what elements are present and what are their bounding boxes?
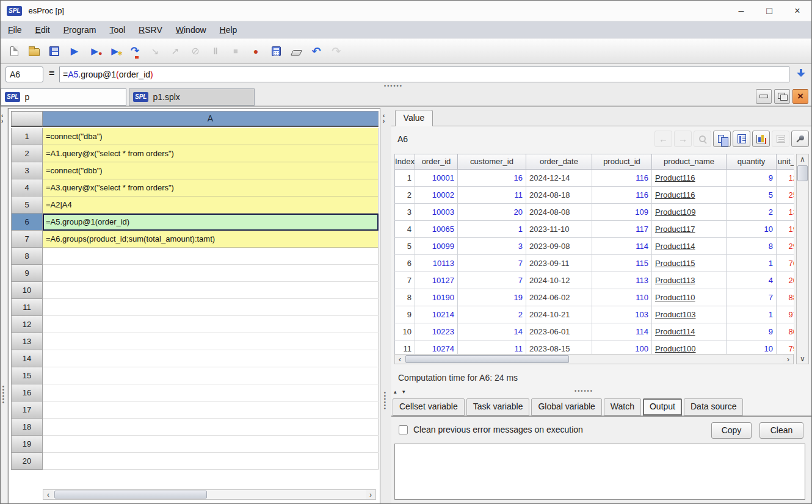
table-cell[interactable]: Product103 [652, 306, 727, 323]
tab-cellset-variable[interactable]: Cellset variable [393, 398, 465, 416]
cell-reference-box[interactable]: A6 [5, 67, 43, 82]
menu-rsrv[interactable]: RSRV [139, 25, 162, 35]
grid-horizontal-scrollbar[interactable]: ‹ › [43, 489, 376, 500]
table-cell[interactable]: 97 [777, 306, 794, 323]
table-cell[interactable]: 5 [727, 187, 777, 204]
pane-minimize-icon[interactable] [756, 89, 772, 104]
table-cell[interactable]: 13 [777, 204, 794, 221]
table-cell[interactable]: Product116 [652, 170, 727, 187]
table-cell[interactable]: 19 [458, 289, 526, 306]
cell-A13[interactable] [43, 333, 379, 350]
clean-errors-checkbox[interactable] [399, 425, 408, 434]
table-cell[interactable]: 2 [458, 306, 526, 323]
cell-A17[interactable] [43, 401, 379, 419]
cell-A2[interactable]: =A1.query@x("select * from orders") [43, 145, 379, 162]
table-cell[interactable]: 100 [592, 340, 652, 354]
table-cell[interactable]: 7 [458, 272, 526, 289]
cell-A18[interactable] [43, 419, 379, 436]
menu-tool[interactable]: Tool [109, 25, 125, 35]
table-cell[interactable]: Product117 [652, 221, 727, 238]
table-cell[interactable]: 2023-11-10 [526, 221, 592, 238]
table-cell[interactable]: 10065 [415, 221, 458, 238]
cell-A14[interactable] [43, 350, 379, 367]
expand-formula-arrow-icon[interactable] [796, 68, 807, 81]
table-cell[interactable]: 1 [727, 306, 777, 323]
table-cell[interactable]: 11 [458, 187, 526, 204]
row-header-10[interactable]: 10 [11, 282, 43, 299]
table-cell[interactable]: 2023-06-01 [526, 323, 592, 340]
table-cell[interactable]: 1 [727, 255, 777, 272]
table-cell[interactable]: 88 [777, 289, 794, 306]
cell-A7[interactable]: =A6.groups(product_id;sum(total_amount):… [43, 231, 379, 248]
chart-button[interactable] [752, 131, 770, 147]
splitter-up-icon[interactable]: ▴ [394, 389, 397, 395]
table-cell[interactable]: Product114 [652, 238, 727, 255]
table-cell[interactable]: 116 [592, 170, 652, 187]
table-cell[interactable]: 2024-08-18 [526, 187, 592, 204]
table-cell[interactable]: 113 [592, 272, 652, 289]
table-cell[interactable]: 29 [777, 238, 794, 255]
eraser-button[interactable] [289, 44, 303, 59]
cell-A11[interactable] [43, 299, 379, 316]
table-cell[interactable]: Product100 [652, 340, 727, 354]
scrollbar-thumb[interactable] [405, 355, 569, 363]
save-button[interactable] [47, 44, 62, 59]
scrollbar-thumb[interactable] [54, 491, 207, 499]
table-cell[interactable]: Product114 [652, 323, 727, 340]
table-cell[interactable]: 1 [394, 170, 415, 187]
grid-corner-cell[interactable] [11, 111, 43, 127]
table-cell[interactable]: 3 [394, 204, 415, 221]
left-splitter-strip[interactable]: ‹› •••••• [1, 108, 8, 504]
table-cell[interactable]: 19 [777, 221, 794, 238]
table-cell[interactable]: 10223 [415, 323, 458, 340]
table-cell[interactable]: 2024-06-02 [526, 289, 592, 306]
table-cell[interactable]: 110 [592, 289, 652, 306]
clean-button[interactable]: Clean [759, 422, 803, 439]
cell-A19[interactable] [43, 436, 379, 453]
table-cell[interactable]: 10214 [415, 306, 458, 323]
table-cell[interactable]: 10002 [415, 187, 458, 204]
row-header-13[interactable]: 13 [11, 333, 43, 350]
tab-value[interactable]: Value [395, 110, 433, 126]
table-cell[interactable]: 4 [727, 272, 777, 289]
step-over-button[interactable] [128, 44, 142, 59]
table-cell[interactable]: 11 [458, 340, 526, 354]
table-cell[interactable]: 12 [777, 170, 794, 187]
table-cell[interactable]: Product116 [652, 187, 727, 204]
cell-A16[interactable] [43, 384, 379, 401]
cell-A15[interactable] [43, 367, 379, 384]
copy-value-button[interactable] [713, 131, 731, 147]
cell-A6[interactable]: =A5.group@1(order_id) [43, 214, 379, 231]
table-cell[interactable]: 2023-08-15 [526, 340, 592, 354]
table-cell[interactable]: 5 [394, 238, 415, 255]
pane-restore-icon[interactable] [774, 89, 790, 104]
open-file-button[interactable] [27, 44, 42, 59]
panel-splitter[interactable]: ‹› •••••• [380, 108, 391, 504]
table-cell[interactable]: 79 [777, 340, 794, 354]
table-cell[interactable]: 114 [592, 238, 652, 255]
table-cell[interactable]: 7 [727, 289, 777, 306]
table-cell[interactable]: 10 [727, 340, 777, 354]
column-header-A[interactable]: A [43, 111, 379, 127]
debug-button[interactable] [107, 44, 122, 59]
table-cell[interactable]: 20 [458, 204, 526, 221]
cell-A3[interactable]: =connect("dbb") [43, 162, 379, 179]
table-cell[interactable]: 25 [777, 187, 794, 204]
calculator-button[interactable] [269, 44, 283, 59]
table-vertical-scrollbar[interactable]: ∧ ∨ [796, 154, 809, 364]
row-header-19[interactable]: 19 [11, 436, 43, 453]
cell-A1[interactable]: =connect("dba") [43, 128, 379, 145]
row-header-16[interactable]: 16 [11, 384, 43, 401]
scroll-left-icon[interactable]: ‹ [395, 355, 405, 364]
row-header-1[interactable]: 1 [11, 128, 43, 145]
pane-close-icon[interactable]: × [792, 89, 808, 104]
row-header-8[interactable]: 8 [11, 248, 43, 265]
pin-button[interactable] [791, 131, 809, 147]
table-cell[interactable]: 8 [394, 289, 415, 306]
table-cell[interactable]: 114 [592, 323, 652, 340]
bottom-splitter[interactable]: ▴ ▾ •••••• [391, 387, 812, 397]
table-cell[interactable]: Product110 [652, 289, 727, 306]
table-cell[interactable]: 8 [727, 238, 777, 255]
table-cell[interactable]: 2024-10-12 [526, 272, 592, 289]
close-window-icon[interactable]: × [783, 1, 811, 21]
